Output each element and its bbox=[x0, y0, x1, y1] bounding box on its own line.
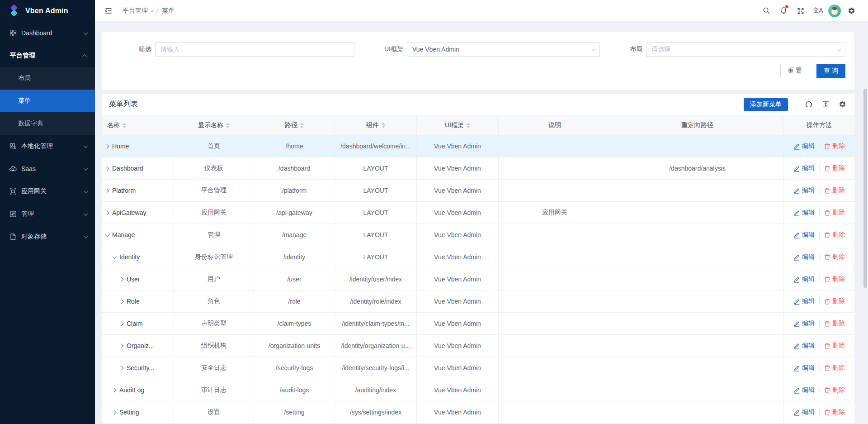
edit-link[interactable]: 编辑 bbox=[793, 364, 815, 372]
scrollbar-thumb[interactable] bbox=[863, 89, 867, 288]
cell-actions: 编辑删除 bbox=[784, 157, 854, 180]
column-header[interactable]: 名称 bbox=[102, 115, 174, 135]
reset-button[interactable]: 重 置 bbox=[780, 64, 809, 78]
table-row[interactable]: Claim声明类型/claim-types/identity/claim-typ… bbox=[102, 313, 854, 335]
page-scrollbar[interactable] bbox=[863, 22, 868, 424]
delete-link[interactable]: 删除 bbox=[824, 386, 845, 394]
delete-link[interactable]: 删除 bbox=[824, 186, 845, 195]
refresh-button[interactable] bbox=[804, 100, 814, 110]
table-row[interactable]: AuditLog审计日志/audit-logs/auditing/indexVu… bbox=[102, 379, 854, 401]
add-menu-button[interactable]: 添加新菜单 bbox=[744, 98, 788, 111]
notification-button[interactable] bbox=[777, 4, 790, 18]
expand-caret-icon[interactable] bbox=[112, 388, 117, 392]
vben-logo-icon bbox=[7, 4, 21, 18]
query-button[interactable]: 查 询 bbox=[816, 64, 845, 78]
column-header[interactable]: 路径 bbox=[254, 115, 335, 135]
table-row[interactable]: Setting设置/setting/sys/settings/indexVue … bbox=[102, 401, 854, 424]
preferences-button[interactable] bbox=[844, 4, 858, 18]
app-logo[interactable]: Vben Admin bbox=[0, 0, 95, 22]
edit-label: 编辑 bbox=[802, 186, 815, 195]
table-row[interactable]: Manage管理/manageLAYOUTVue Vben Admin编辑删除 bbox=[102, 224, 854, 246]
user-avatar[interactable] bbox=[828, 5, 841, 17]
edit-link[interactable]: 编辑 bbox=[793, 231, 815, 239]
delete-label: 删除 bbox=[832, 186, 845, 195]
delete-link[interactable]: 删除 bbox=[824, 408, 845, 416]
table-row[interactable]: ApiGateway应用网关/api-gatewayLAYOUTVue Vben… bbox=[102, 202, 854, 224]
table-row[interactable]: Dashboard仪表板/dashboardLAYOUTVue Vben Adm… bbox=[102, 157, 854, 180]
layout-select[interactable]: 请选择 bbox=[646, 42, 845, 57]
fullscreen-button[interactable] bbox=[794, 4, 807, 18]
breadcrumb-item[interactable]: 菜单 bbox=[162, 7, 175, 15]
expand-caret-icon[interactable] bbox=[105, 166, 109, 171]
delete-link[interactable]: 删除 bbox=[824, 297, 845, 305]
edit-link[interactable]: 编辑 bbox=[793, 142, 815, 150]
sidebar-collapse-button[interactable] bbox=[102, 4, 115, 18]
delete-link[interactable]: 删除 bbox=[824, 319, 845, 328]
sidebar-item-manage[interactable]: 管理 bbox=[0, 203, 95, 225]
translate-button[interactable]: 文A bbox=[811, 4, 825, 18]
sidebar-item-layout[interactable]: 布局 bbox=[0, 67, 95, 90]
table-row[interactable]: Identity身份标识管理/identityLAYOUTVue Vben Ad… bbox=[102, 246, 854, 268]
sort-icon[interactable] bbox=[123, 123, 126, 128]
table-row[interactable]: Organiz...组织机构/organization-units/identi… bbox=[102, 335, 854, 357]
expand-caret-icon[interactable] bbox=[119, 277, 124, 281]
delete-link[interactable]: 删除 bbox=[824, 164, 845, 172]
table-row[interactable]: Home首页/home/dashboard/welcome/in...Vue V… bbox=[102, 135, 854, 157]
table-row[interactable]: Role角色/role/identity/role/indexVue Vben … bbox=[102, 291, 854, 313]
column-header[interactable]: 显示名称 bbox=[174, 115, 254, 135]
table-row[interactable]: Platform平台管理/platformLAYOUTVue Vben Admi… bbox=[102, 180, 854, 202]
delete-link[interactable]: 删除 bbox=[824, 253, 845, 261]
delete-link[interactable]: 删除 bbox=[824, 364, 845, 372]
table-row[interactable]: User用户/user/identity/user/indexVue Vben … bbox=[102, 268, 854, 291]
collapse-caret-icon[interactable] bbox=[113, 254, 117, 259]
row-height-button[interactable] bbox=[821, 100, 830, 110]
breadcrumb-item[interactable]: 平台管理 bbox=[123, 7, 153, 15]
edit-link[interactable]: 编辑 bbox=[793, 386, 815, 394]
edit-link[interactable]: 编辑 bbox=[793, 164, 815, 172]
edit-link[interactable]: 编辑 bbox=[793, 186, 815, 195]
expand-caret-icon[interactable] bbox=[119, 343, 124, 348]
sidebar-item-dashboard[interactable]: Dashboard bbox=[0, 22, 95, 44]
select-placeholder: 请选择 bbox=[651, 45, 670, 53]
edit-link[interactable]: 编辑 bbox=[793, 209, 815, 217]
edit-link[interactable]: 编辑 bbox=[793, 253, 815, 261]
delete-link[interactable]: 删除 bbox=[824, 275, 845, 283]
delete-link[interactable]: 删除 bbox=[824, 142, 845, 150]
edit-link[interactable]: 编辑 bbox=[793, 297, 815, 305]
sidebar-item-saas[interactable]: Saas bbox=[0, 157, 95, 180]
expand-caret-icon[interactable] bbox=[119, 299, 124, 304]
expand-caret-icon[interactable] bbox=[105, 210, 109, 215]
column-header[interactable]: UI框架 bbox=[417, 115, 499, 135]
expand-caret-icon[interactable] bbox=[119, 321, 124, 326]
select-value: Vue Vben Admin bbox=[412, 46, 459, 53]
edit-link[interactable]: 编辑 bbox=[793, 342, 815, 350]
menu-name: Identity bbox=[119, 253, 140, 261]
collapse-caret-icon[interactable] bbox=[105, 232, 110, 237]
sort-icon[interactable] bbox=[467, 123, 470, 128]
sidebar-item-data-dictionary[interactable]: 数据字典 bbox=[0, 112, 95, 135]
column-header[interactable]: 组件 bbox=[335, 115, 417, 135]
search-button[interactable] bbox=[760, 4, 773, 18]
expand-caret-icon[interactable] bbox=[105, 188, 109, 193]
delete-link[interactable]: 删除 bbox=[824, 342, 845, 350]
delete-link[interactable]: 删除 bbox=[824, 209, 845, 217]
table-settings-button[interactable] bbox=[837, 100, 847, 110]
sidebar-item-localization[interactable]: 本地化管理 bbox=[0, 135, 95, 157]
filter-keyword-input[interactable] bbox=[155, 42, 354, 57]
expand-caret-icon[interactable] bbox=[105, 144, 109, 148]
edit-link[interactable]: 编辑 bbox=[793, 319, 815, 328]
sort-icon[interactable] bbox=[300, 123, 304, 128]
edit-link[interactable]: 编辑 bbox=[793, 408, 815, 416]
sidebar-item-menu[interactable]: 菜单 bbox=[0, 90, 95, 112]
sidebar-item-api-gateway[interactable]: 应用网关 bbox=[0, 180, 95, 203]
edit-link[interactable]: 编辑 bbox=[793, 275, 815, 283]
sidebar-item-platform-management[interactable]: 平台管理 bbox=[0, 44, 95, 67]
sidebar-item-object-storage[interactable]: 对象存储 bbox=[0, 225, 95, 248]
sort-icon[interactable] bbox=[382, 123, 385, 128]
ui-framework-select[interactable]: Vue Vben Admin bbox=[407, 42, 600, 57]
table-row[interactable]: Security...安全日志/security-logs/identity/s… bbox=[102, 357, 854, 379]
sort-icon[interactable] bbox=[226, 123, 230, 128]
delete-link[interactable]: 删除 bbox=[824, 231, 845, 239]
expand-caret-icon[interactable] bbox=[119, 366, 124, 370]
expand-caret-icon[interactable] bbox=[112, 410, 117, 414]
